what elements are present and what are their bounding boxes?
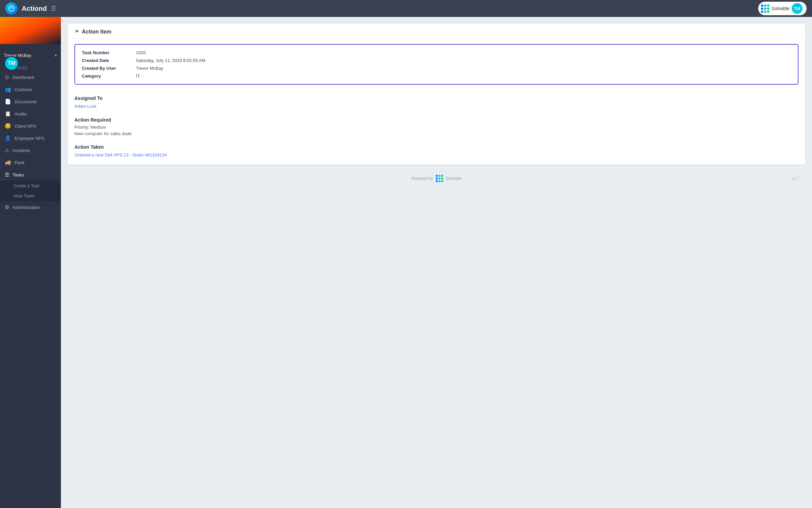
sidebar-item-dashboard[interactable]: ⊙ Dashboard bbox=[0, 71, 61, 83]
sidebar-item-label: Documents bbox=[15, 99, 37, 104]
fleet-icon: 🚚 bbox=[5, 160, 11, 166]
sidebar-item-fleet[interactable]: 🚚 Fleet › bbox=[0, 156, 61, 169]
action-taken-heading: Action Taken bbox=[74, 144, 798, 150]
dot-2 bbox=[764, 4, 766, 7]
employee-nps-icon: 👤 bbox=[5, 135, 11, 141]
task-number-label: Task Number bbox=[82, 50, 136, 55]
footer-solvable-icon bbox=[436, 175, 443, 182]
administration-icon: ⚙ bbox=[5, 204, 9, 210]
fdot-2 bbox=[438, 175, 441, 177]
sidebar-profile: TM Trevor McBay ▾ bbox=[0, 17, 61, 63]
audits-icon: 📋 bbox=[5, 111, 11, 117]
fdot-9 bbox=[441, 180, 443, 182]
user-avatar-topnav[interactable]: TM bbox=[792, 3, 803, 14]
app-logo-icon bbox=[5, 2, 18, 15]
fdot-3 bbox=[441, 175, 443, 177]
sidebar-item-label: Fleet bbox=[15, 160, 24, 165]
created-date-label: Created Date bbox=[82, 58, 136, 63]
assigned-to-link[interactable]: Adam Luck bbox=[74, 104, 96, 109]
flag-icon: ⚑ bbox=[74, 28, 79, 35]
svg-point-0 bbox=[9, 6, 14, 11]
sidebar-item-client-nps[interactable]: 😊 Client NPS › bbox=[0, 120, 61, 132]
chevron-right-icon: › bbox=[55, 88, 56, 91]
action-required-description: New computer for sales dude bbox=[74, 131, 798, 136]
sidebar: TM Trevor McBay ▾ — MODULES ⊙ Dashboard … bbox=[0, 17, 61, 508]
category-value: IT bbox=[136, 73, 140, 79]
dot-8 bbox=[764, 10, 766, 13]
incidents-icon: ⚠ bbox=[5, 147, 9, 153]
chevron-right-icon: › bbox=[55, 124, 56, 128]
dashboard-icon: ⊙ bbox=[5, 74, 9, 80]
footer: Powered by Solvable v1.7 bbox=[68, 170, 805, 187]
dot-3 bbox=[767, 4, 769, 7]
dot-1 bbox=[761, 4, 763, 7]
created-date-value: Saturday, July 11, 2020 8:02:55 AM bbox=[136, 58, 205, 63]
sidebar-item-audits[interactable]: 📋 Audits › bbox=[0, 108, 61, 120]
version-label: v1.7 bbox=[791, 176, 798, 181]
sidebar-item-employee-nps[interactable]: 👤 Employee NPS › bbox=[0, 132, 61, 144]
sidebar-item-label: Employee NPS bbox=[15, 136, 44, 141]
fdot-8 bbox=[438, 180, 441, 182]
assigned-to-heading: Assigned To bbox=[74, 96, 798, 101]
contacts-icon: 👥 bbox=[5, 86, 11, 92]
action-required-section: Action Required Priority: Medium New com… bbox=[68, 112, 805, 139]
fdot-4 bbox=[436, 177, 438, 179]
fdot-1 bbox=[436, 175, 438, 177]
created-by-value: Trevor McBay bbox=[136, 66, 163, 71]
powered-by-text: Powered by bbox=[411, 176, 433, 181]
dot-4 bbox=[761, 7, 763, 10]
sidebar-item-documents[interactable]: 📄 Documents bbox=[0, 96, 61, 108]
dot-9 bbox=[767, 10, 769, 13]
dot-7 bbox=[761, 10, 763, 13]
task-number-value: 1020 bbox=[136, 50, 146, 55]
sidebar-item-contacts[interactable]: 👥 Contacts › bbox=[0, 83, 61, 96]
sidebar-item-label: Incidents bbox=[13, 148, 30, 153]
task-number-row: Task Number 1020 bbox=[82, 50, 791, 55]
topnav-right: Solvable TM bbox=[758, 2, 807, 15]
sidebar-item-label: Tasks bbox=[13, 172, 24, 177]
chevron-right-icon: › bbox=[55, 112, 56, 116]
chevron-right-icon: › bbox=[55, 149, 56, 152]
page-title: Action Item bbox=[82, 29, 111, 35]
chevron-right-icon: › bbox=[55, 206, 56, 209]
category-label: Category bbox=[82, 73, 136, 79]
tasks-submenu: Create a Task View Tasks bbox=[0, 181, 61, 201]
created-by-row: Created By User Trevor McBay bbox=[82, 66, 791, 71]
footer-brand: Solvable bbox=[446, 176, 461, 181]
chevron-right-icon: › bbox=[55, 136, 56, 140]
task-info-box: Task Number 1020 Created Date Saturday, … bbox=[74, 44, 798, 85]
client-nps-icon: 😊 bbox=[5, 123, 11, 129]
top-navigation: Actiond ☰ Solvable TM bbox=[0, 0, 812, 17]
priority-text: Priority: Medium bbox=[74, 125, 798, 130]
assigned-to-section: Assigned To Adam Luck bbox=[68, 90, 805, 112]
sidebar-item-administration[interactable]: ⚙ Administration › bbox=[0, 201, 61, 213]
avatar: TM bbox=[4, 56, 19, 71]
chevron-down-icon: › bbox=[54, 174, 58, 175]
sidebar-item-label: Client NPS bbox=[15, 124, 36, 129]
created-date-row: Created Date Saturday, July 11, 2020 8:0… bbox=[82, 58, 791, 63]
fdot-6 bbox=[441, 177, 443, 179]
action-required-heading: Action Required bbox=[74, 117, 798, 123]
dot-6 bbox=[767, 7, 769, 10]
sidebar-item-tasks[interactable]: ☰ Tasks › bbox=[0, 169, 61, 181]
footer-wrapper: Powered by Solvable v1.7 bbox=[68, 170, 805, 187]
hamburger-menu-icon[interactable]: ☰ bbox=[51, 5, 56, 12]
action-item-card: ⚑ Action Item Task Number 1020 Created D… bbox=[68, 24, 805, 165]
tasks-icon: ☰ bbox=[5, 172, 9, 178]
solvable-dots-icon bbox=[761, 4, 769, 13]
created-by-label: Created By User bbox=[82, 66, 136, 71]
sidebar-subitem-create-task[interactable]: Create a Task bbox=[0, 181, 61, 191]
content-area: ⚑ Action Item Task Number 1020 Created D… bbox=[61, 17, 812, 508]
sidebar-subitem-view-tasks[interactable]: View Tasks bbox=[0, 191, 61, 201]
chevron-right-icon: › bbox=[55, 161, 56, 165]
fdot-7 bbox=[436, 180, 438, 182]
profile-dropdown-icon[interactable]: ▾ bbox=[55, 53, 57, 58]
sidebar-item-label: Dashboard bbox=[13, 75, 34, 80]
profile-background bbox=[0, 17, 61, 44]
fdot-5 bbox=[438, 177, 441, 179]
documents-icon: 📄 bbox=[5, 99, 11, 105]
dot-5 bbox=[764, 7, 766, 10]
sidebar-item-incidents[interactable]: ⚠ Incidents › bbox=[0, 144, 61, 156]
action-taken-link[interactable]: Ordered a new Dell XPS 13 - Order #81324… bbox=[74, 152, 167, 157]
card-header: ⚑ Action Item bbox=[68, 24, 805, 39]
